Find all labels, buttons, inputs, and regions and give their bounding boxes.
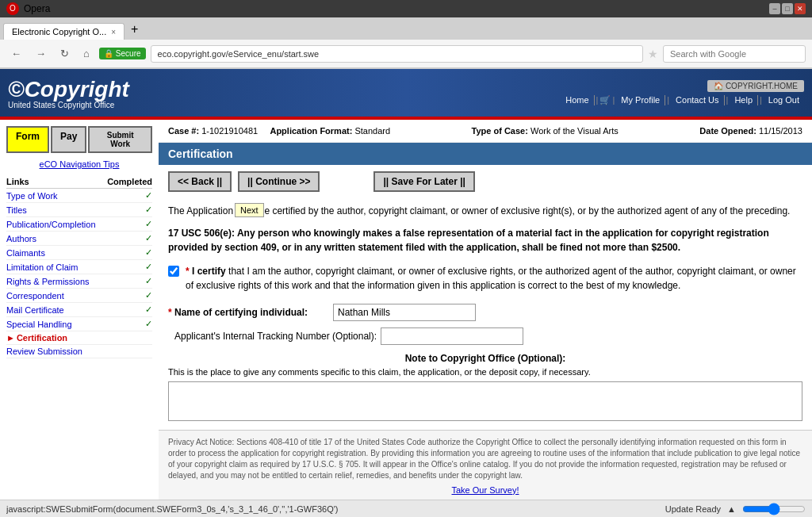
certification-content: The Application must be certified by the…: [159, 198, 812, 430]
check-icon: ✓: [145, 190, 152, 201]
link-special-handling[interactable]: Special Handling: [6, 320, 145, 329]
link-review-submission[interactable]: Review Submission: [6, 347, 152, 356]
certify-row: * I certify that I am the author, copyri…: [168, 264, 802, 293]
note-section: Note to Copyright Office (Optional): Thi…: [168, 353, 802, 423]
header-nav: Home | 🛒 | My Profile | Contact Us | Hel…: [561, 95, 804, 105]
link-correspondent[interactable]: Correspondent: [6, 291, 145, 301]
check-icon: ✓: [145, 290, 152, 301]
forward-nav-button[interactable]: →: [31, 44, 51, 63]
check-icon: ✓: [145, 262, 152, 272]
active-arrow-icon: ►: [6, 333, 15, 343]
copyright-logo: ©Copyright United States Copyright Offic…: [8, 77, 129, 109]
links-header: Links Completed: [6, 175, 152, 189]
nav-log-out[interactable]: Log Out: [764, 95, 804, 105]
update-ready-text: Update Ready: [665, 504, 721, 514]
nav-cart-icon: 🛒: [599, 95, 611, 105]
maximize-button[interactable]: □: [782, 3, 793, 14]
nav-contact-us[interactable]: Contact Us: [671, 95, 724, 105]
continue-button[interactable]: || Continue >>: [238, 171, 320, 192]
survey-link[interactable]: Take Our Survey!: [168, 484, 802, 496]
main-content: Case #: 1-1021910481 Application Format:…: [159, 120, 812, 503]
close-button[interactable]: ✕: [795, 3, 806, 14]
list-item: Mail Certificate ✓: [6, 303, 152, 317]
status-url: javascript:SWESubmitForm(document.SWEFor…: [6, 504, 665, 514]
form-tabs: Form Pay Submit Work: [6, 126, 152, 153]
copyright-home-button[interactable]: 🏠 COPYRIGHT.HOME: [707, 80, 804, 92]
update-arrow-icon: ▲: [727, 504, 736, 514]
case-number: Case #: 1-1021910481 Application Format:…: [168, 126, 390, 136]
link-type-of-work[interactable]: Type of Work: [6, 191, 145, 201]
list-item: Correspondent ✓: [6, 289, 152, 303]
save-for-later-button[interactable]: || Save For Later ||: [373, 171, 474, 192]
check-icon: ✓: [145, 205, 152, 215]
list-item: Type of Work ✓: [6, 189, 152, 203]
main-layout: Form Pay Submit Work eCO Navigation Tips…: [0, 120, 812, 503]
name-input[interactable]: [333, 304, 476, 321]
tracking-row: * Applicant's Internal Tracking Number (…: [168, 327, 802, 345]
form-tab-submit-work[interactable]: Submit Work: [88, 126, 152, 153]
certification-header: Certification: [159, 143, 812, 165]
case-info-bar: Case #: 1-1021910481 Application Format:…: [159, 120, 812, 143]
link-authors[interactable]: Authors: [6, 234, 145, 243]
note-title: Note to Copyright Office (Optional):: [168, 353, 802, 364]
tracking-input[interactable]: [381, 327, 523, 345]
sidebar: Form Pay Submit Work eCO Navigation Tips…: [0, 120, 159, 503]
tab-close-icon[interactable]: ×: [111, 28, 116, 36]
link-limitation[interactable]: Limitation of Claim: [6, 262, 145, 272]
list-item: Limitation of Claim ✓: [6, 260, 152, 274]
browser-chrome: O Opera – □ ✕ Electronic Copyright O... …: [0, 0, 812, 69]
logo-subtitle: United States Copyright Office: [8, 101, 129, 109]
list-item: Special Handling ✓: [6, 317, 152, 331]
check-icon: ✓: [145, 247, 152, 258]
back-nav-button[interactable]: ←: [6, 44, 26, 63]
form-tab-pay[interactable]: Pay: [51, 126, 86, 153]
list-item: Titles ✓: [6, 203, 152, 217]
certify-checkbox[interactable]: [168, 266, 179, 277]
tracking-label: Applicant's Internal Tracking Number (Op…: [174, 331, 381, 342]
link-mail-certificate[interactable]: Mail Certificate: [6, 305, 145, 315]
status-bar-right: Update Ready ▲: [665, 503, 806, 515]
link-certification[interactable]: Certification: [17, 333, 152, 343]
search-input[interactable]: [663, 45, 806, 63]
note-textarea[interactable]: [168, 381, 802, 421]
check-icon: ✓: [145, 319, 152, 329]
title-bar: O Opera – □ ✕: [0, 0, 812, 17]
case-type: Type of Case: Work of the Visual Arts: [472, 126, 619, 136]
eco-nav-tips[interactable]: eCO Navigation Tips: [6, 159, 152, 169]
certify-text: * I certify that I am the author, copyri…: [186, 264, 802, 293]
navigation-buttons: << Back || || Continue >> || Save For La…: [159, 165, 812, 198]
link-claimants[interactable]: Claimants: [6, 248, 145, 258]
check-icon: ✓: [145, 304, 152, 315]
home-nav-button[interactable]: ⌂: [79, 44, 94, 63]
status-bar: javascript:SWESubmitForm(document.SWEFor…: [0, 500, 812, 517]
secure-badge: 🔒 Secure: [99, 48, 146, 59]
check-icon: ✓: [145, 219, 152, 229]
logo-text: ©Copyright: [8, 77, 129, 101]
link-rights[interactable]: Rights & Permissions: [6, 277, 145, 286]
check-icon: ✓: [145, 233, 152, 243]
name-label: Name of certifying individual:: [174, 307, 333, 318]
link-publication[interactable]: Publication/Completion: [6, 220, 145, 229]
footer-privacy: Privacy Act Notice: Sections 408-410 of …: [159, 430, 812, 503]
list-item: Authors ✓: [6, 232, 152, 246]
certification-law: 17 USC 506(e): Any person who knowingly …: [168, 226, 802, 255]
nav-my-profile[interactable]: My Profile: [616, 95, 665, 105]
bookmark-icon[interactable]: ★: [648, 48, 658, 60]
minimize-button[interactable]: –: [769, 3, 780, 14]
nav-home[interactable]: Home: [561, 95, 594, 105]
url-bar[interactable]: [151, 45, 643, 63]
refresh-button[interactable]: ↻: [56, 44, 74, 63]
nav-help[interactable]: Help: [730, 95, 758, 105]
new-tab-button[interactable]: +: [124, 19, 144, 40]
zoom-slider[interactable]: [742, 503, 806, 515]
header-right: 🏠 COPYRIGHT.HOME Home | 🛒 | My Profile |…: [561, 80, 804, 105]
links-table: Links Completed Type of Work ✓ Titles ✓ …: [6, 175, 152, 358]
back-button[interactable]: << Back ||: [168, 171, 232, 192]
form-tab-form[interactable]: Form: [6, 126, 49, 153]
active-tab[interactable]: Electronic Copyright O... ×: [3, 23, 124, 40]
link-titles[interactable]: Titles: [6, 205, 145, 215]
nav-bar: ← → ↻ ⌂ 🔒 Secure ★: [0, 40, 812, 68]
check-icon: ✓: [145, 276, 152, 286]
tab-bar: Electronic Copyright O... × +: [0, 17, 812, 40]
site-header: ©Copyright United States Copyright Offic…: [0, 69, 812, 117]
